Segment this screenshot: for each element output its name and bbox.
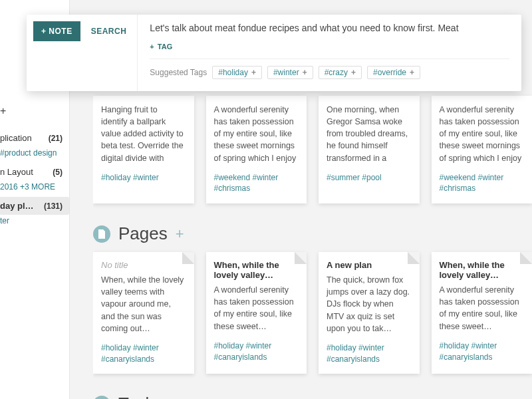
new-note-button[interactable]: + NOTE bbox=[33, 21, 80, 41]
add-tag-label: TAG bbox=[158, 43, 172, 51]
sidebar-item-label: n Layout bbox=[0, 167, 33, 177]
card-title: A new plan bbox=[327, 260, 412, 270]
check-icon bbox=[93, 396, 110, 399]
sidebar-item-layout[interactable]: n Layout (5) bbox=[0, 163, 69, 181]
card-tags: #holiday #winter bbox=[101, 172, 186, 184]
sidebar-item-count: (131) bbox=[44, 201, 63, 211]
plus-icon: + bbox=[351, 68, 356, 77]
card-tags: #holiday #winter #canaryislands bbox=[101, 342, 186, 365]
page-card[interactable]: A new plan The quick, brown fox jumps ov… bbox=[319, 252, 420, 374]
card-body: When, while the lovely valley teems with… bbox=[101, 274, 186, 334]
sidebar-item-count: (5) bbox=[53, 168, 63, 177]
sidebar-item-sub[interactable]: ter bbox=[0, 215, 69, 231]
card-tags: #summer #pool bbox=[327, 172, 412, 184]
page-card[interactable]: When, while the lovely valley… A wonderf… bbox=[206, 252, 307, 374]
card-body: A wonderful serenity has taken possessio… bbox=[440, 104, 525, 164]
card-body: The quick, brown fox jumps over a lazy d… bbox=[327, 274, 412, 334]
pages-section-header: Pages + bbox=[93, 223, 532, 244]
suggested-tag-chip[interactable]: #holiday+ bbox=[212, 66, 262, 79]
page-card[interactable]: No title When, while the lovely valley t… bbox=[93, 252, 194, 374]
divider bbox=[150, 59, 509, 59]
sidebar-item-label: plication bbox=[0, 133, 32, 143]
card-tags: #weekend #winter #chrismas bbox=[440, 172, 525, 195]
fold-icon bbox=[295, 252, 307, 264]
note-card[interactable]: A wonderful serenity has taken possessio… bbox=[432, 96, 533, 203]
suggested-tag-chip[interactable]: #crazy+ bbox=[319, 66, 362, 79]
card-body: Hanging fruit to identify a ballpark val… bbox=[101, 104, 186, 164]
plus-icon: + bbox=[410, 68, 414, 77]
sidebar-item-label: day pl… bbox=[0, 201, 34, 211]
note-card[interactable]: A wonderful serenity has taken possessio… bbox=[206, 96, 307, 203]
card-body: One morning, when Gregor Samsa woke from… bbox=[327, 104, 412, 164]
note-card[interactable]: Hanging fruit to identify a ballpark val… bbox=[93, 96, 194, 203]
plus-icon: + bbox=[150, 43, 154, 51]
card-body: A wonderful serenity has taken possessio… bbox=[214, 284, 299, 332]
suggested-tag-chip[interactable]: #override+ bbox=[367, 66, 420, 79]
sidebar-add-button[interactable]: + bbox=[0, 101, 69, 121]
section-title: Pages bbox=[118, 223, 168, 244]
tasks-section-header: Tasks + bbox=[93, 394, 532, 399]
add-tag-button[interactable]: + TAG bbox=[150, 43, 172, 51]
plus-icon: + bbox=[303, 68, 307, 77]
compose-input[interactable] bbox=[150, 21, 509, 40]
fold-icon bbox=[520, 252, 532, 264]
card-tags: #weekend #winter #chrismas bbox=[214, 172, 299, 195]
page-icon bbox=[93, 225, 110, 243]
card-title: When, while the lovely valley… bbox=[440, 260, 525, 280]
composer-bar: + NOTE SEARCH + TAG Suggested Tags #holi… bbox=[27, 15, 521, 91]
fold-icon bbox=[408, 252, 420, 264]
sidebar-item-sub[interactable]: 2016 +3 MORE bbox=[0, 181, 69, 197]
sidebar-item-count: (21) bbox=[49, 134, 63, 143]
note-card[interactable]: One morning, when Gregor Samsa woke from… bbox=[319, 96, 420, 203]
suggested-label: Suggested Tags bbox=[150, 68, 207, 77]
page-card[interactable]: When, while the lovely valley… A wonderf… bbox=[432, 252, 533, 374]
search-button[interactable]: SEARCH bbox=[87, 21, 131, 41]
card-tags: #holiday #winter #canaryislands bbox=[327, 342, 412, 365]
plus-icon: + bbox=[251, 68, 256, 77]
card-title: No title bbox=[101, 260, 186, 270]
card-tags: #holiday #winter #canaryislands bbox=[214, 340, 299, 363]
sidebar-item-application[interactable]: plication (21) bbox=[0, 129, 69, 147]
composer-actions: + NOTE SEARCH bbox=[27, 15, 138, 91]
add-page-button[interactable]: + bbox=[176, 225, 184, 243]
add-task-button[interactable]: + bbox=[170, 396, 179, 399]
pages-cards: No title When, while the lovely valley t… bbox=[93, 252, 532, 374]
section-title: Tasks bbox=[118, 394, 162, 399]
card-body: A wonderful serenity has taken possessio… bbox=[214, 104, 299, 164]
suggested-tag-chip[interactable]: #winter+ bbox=[267, 66, 313, 79]
notes-cards: Hanging fruit to identify a ballpark val… bbox=[93, 154, 532, 203]
suggested-tags-row: Suggested Tags #holiday+ #winter+ #crazy… bbox=[150, 66, 509, 79]
card-tags: #holiday #winter #canaryislands bbox=[440, 340, 525, 363]
fold-icon bbox=[182, 252, 194, 264]
card-title: When, while the lovely valley… bbox=[214, 260, 299, 280]
card-body: A wonderful serenity has taken possessio… bbox=[440, 284, 525, 332]
sidebar-item-selected[interactable]: day pl… (131) bbox=[0, 197, 69, 215]
composer-body: + TAG Suggested Tags #holiday+ #winter+ … bbox=[138, 15, 521, 91]
sidebar-item-sub[interactable]: #product design bbox=[0, 147, 69, 163]
